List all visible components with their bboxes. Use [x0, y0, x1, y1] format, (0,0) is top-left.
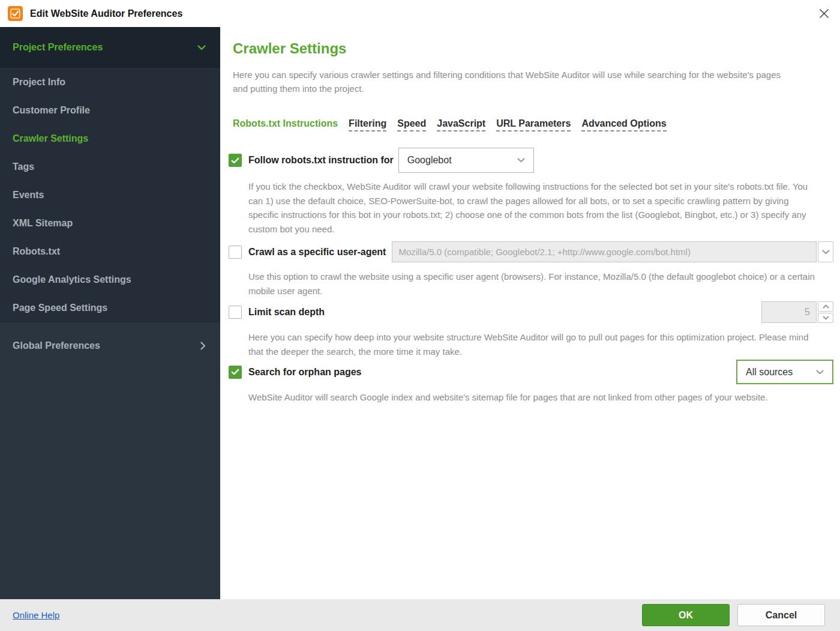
sidebar-item-label: Robots.txt — [13, 246, 60, 257]
scan-depth-spinners — [818, 301, 833, 323]
follow-robots-label: Follow robots.txt instruction for — [248, 155, 394, 166]
user-agent-label: Crawl as a specific user-agent — [248, 247, 386, 258]
sidebar-item-label: XML Sitemap — [13, 218, 73, 229]
sidebar-item-robots-txt[interactable]: Robots.txt — [0, 237, 220, 265]
tab-speed[interactable]: Speed — [397, 118, 426, 131]
sidebar-item-google-analytics-settings[interactable]: Google Analytics Settings — [0, 265, 220, 294]
scan-depth-control — [761, 301, 833, 323]
sidebar-item-project-preferences[interactable]: Project Preferences — [0, 27, 220, 68]
tab-robots-txt-instructions[interactable]: Robots.txt Instructions — [233, 118, 338, 130]
ok-button[interactable]: OK — [642, 604, 730, 626]
chevron-up-icon — [823, 304, 829, 309]
checkmark-icon — [231, 157, 239, 164]
sidebar-item-page-speed-settings[interactable]: Page Speed Settings — [0, 294, 220, 322]
follow-robots-checkbox[interactable] — [229, 154, 242, 167]
close-icon[interactable] — [817, 7, 830, 20]
chevron-right-icon — [200, 342, 206, 350]
sidebar-global-section: Global Preferences — [0, 322, 220, 599]
chevron-down-icon — [816, 370, 824, 375]
chevron-down-icon — [517, 158, 525, 163]
follow-robots-row: Follow robots.txt instruction for Google… — [229, 148, 833, 173]
orphan-pages-label: Search for orphan pages — [248, 367, 362, 378]
spinner-down-button[interactable] — [818, 313, 833, 323]
sidebar-item-customer-profile[interactable]: Customer Profile — [0, 96, 220, 124]
user-agent-input[interactable] — [392, 241, 817, 262]
scan-depth-row: Limit scan depth — [229, 301, 833, 323]
cancel-button[interactable]: Cancel — [737, 604, 825, 626]
orphan-sources-value: All sources — [746, 367, 793, 378]
sidebar-item-label: Global Preferences — [13, 340, 100, 351]
checkmark-icon — [231, 369, 239, 375]
user-agent-description: Use this option to crawl the website usi… — [248, 270, 820, 298]
tab-javascript[interactable]: JavaScript — [437, 118, 485, 131]
sidebar-item-label: Google Analytics Settings — [13, 274, 131, 285]
website-auditor-app-icon — [8, 6, 23, 21]
footer-bar: Online Help OK Cancel — [0, 599, 840, 631]
orphan-sources-select[interactable]: All sources — [736, 360, 833, 384]
user-agent-row: Crawl as a specific user-agent — [229, 241, 833, 262]
sidebar-item-tags[interactable]: Tags — [0, 152, 220, 181]
sidebar: Project Preferences Project Info Custome… — [0, 27, 220, 599]
page-description: Here you can specify various crawler set… — [233, 68, 794, 95]
tab-url-parameters[interactable]: URL Parameters — [496, 118, 571, 131]
follow-robots-description: If you tick the checkbox, WebSite Audito… — [248, 180, 820, 236]
orphan-pages-checkbox[interactable] — [229, 366, 242, 379]
sidebar-item-global-preferences[interactable]: Global Preferences — [0, 322, 220, 369]
bot-select[interactable]: Googlebot — [398, 148, 534, 173]
tab-filtering[interactable]: Filtering — [349, 118, 386, 131]
sidebar-item-project-info[interactable]: Project Info — [0, 68, 220, 96]
orphan-pages-row: Search for orphan pages All sources — [229, 360, 833, 384]
sidebar-item-label: Events — [13, 190, 44, 201]
sidebar-item-label: Crawler Settings — [13, 133, 88, 144]
tab-strip: Robots.txt Instructions Filtering Speed … — [233, 118, 833, 131]
chevron-down-icon — [822, 250, 830, 255]
sidebar-item-crawler-settings[interactable]: Crawler Settings — [0, 124, 220, 152]
sidebar-item-label: Customer Profile — [13, 105, 90, 116]
preferences-dialog: Edit WebSite Auditor Preferences Project… — [0, 0, 840, 631]
chevron-down-icon — [823, 316, 829, 320]
scan-depth-description: Here you can specify how deep into your … — [248, 330, 820, 358]
bot-select-value: Googlebot — [407, 155, 452, 166]
sidebar-item-events[interactable]: Events — [0, 181, 220, 209]
scan-depth-input[interactable] — [761, 301, 817, 323]
title-bar: Edit WebSite Auditor Preferences — [0, 0, 840, 27]
sidebar-item-label: Project Info — [13, 77, 65, 88]
user-agent-dropdown-button[interactable] — [818, 241, 833, 262]
scan-depth-checkbox[interactable] — [229, 306, 242, 319]
online-help-link[interactable]: Online Help — [13, 610, 59, 620]
tab-advanced-options[interactable]: Advanced Options — [581, 118, 666, 131]
page-title: Crawler Settings — [233, 40, 833, 57]
main-content: Crawler Settings Here you can specify va… — [220, 27, 840, 599]
scan-depth-label: Limit scan depth — [248, 307, 325, 318]
sidebar-item-xml-sitemap[interactable]: XML Sitemap — [0, 209, 220, 237]
sidebar-header-label: Project Preferences — [13, 42, 103, 53]
chevron-down-icon — [197, 45, 206, 50]
sidebar-item-label: Page Speed Settings — [13, 303, 107, 313]
user-agent-checkbox[interactable] — [229, 246, 242, 259]
footer-buttons: OK Cancel — [642, 604, 825, 626]
sidebar-item-label: Tags — [13, 162, 34, 172]
spinner-up-button[interactable] — [818, 301, 833, 312]
window-title: Edit WebSite Auditor Preferences — [30, 8, 182, 19]
orphan-pages-description: WebSite Auditor will search Google index… — [248, 390, 820, 405]
